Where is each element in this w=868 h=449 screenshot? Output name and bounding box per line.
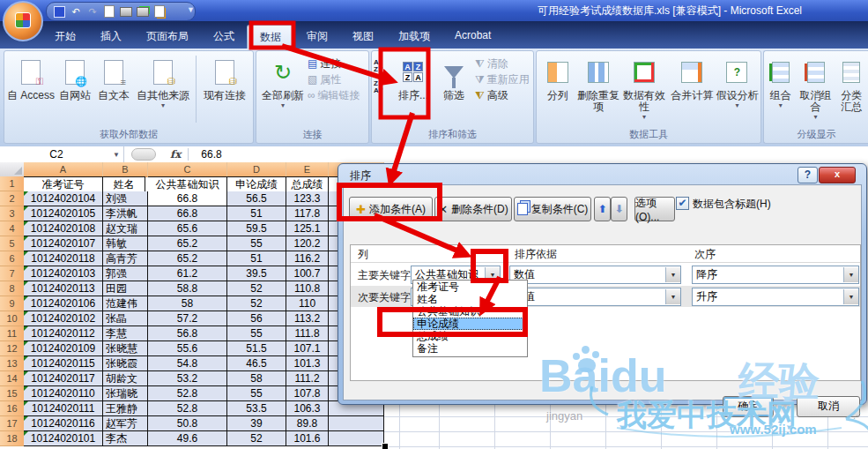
table-cell[interactable]: 53.2 xyxy=(148,371,227,386)
row-header-14[interactable]: 14 xyxy=(0,371,25,386)
table-cell[interactable]: 赵文瑞 xyxy=(103,221,148,236)
tab-加载项[interactable]: 加载项 xyxy=(386,25,442,49)
save-icon[interactable] xyxy=(52,5,66,19)
table-cell[interactable]: 65.6 xyxy=(148,221,227,236)
table-cell[interactable]: 49.6 xyxy=(148,431,227,446)
table-cell[interactable]: 10124020115 xyxy=(24,356,103,371)
table-cell[interactable]: 125.1 xyxy=(286,221,329,236)
table-cell[interactable]: 52 xyxy=(227,431,286,446)
table-cell[interactable]: 58 xyxy=(148,296,227,311)
table-cell[interactable]: 56 xyxy=(227,311,286,326)
table-cell[interactable]: 59.5 xyxy=(227,221,286,236)
chevron-down-icon[interactable]: ▼ xyxy=(843,289,858,304)
help-button[interactable]: ? xyxy=(798,167,818,183)
table-cell[interactable]: 61.2 xyxy=(148,266,227,281)
list-item-申论成绩[interactable]: 申论成绩 xyxy=(413,318,527,330)
table-cell[interactable]: 55 xyxy=(227,386,286,401)
column-header-B[interactable]: B xyxy=(103,162,148,177)
tab-审阅[interactable]: 审阅 xyxy=(294,25,340,49)
column-header-D[interactable]: D xyxy=(227,162,286,177)
name-box-dropdown-icon[interactable]: ▼ xyxy=(113,151,123,159)
table-cell[interactable]: 52.8 xyxy=(148,386,227,401)
table-cell[interactable]: 50.8 xyxy=(148,416,227,431)
table-cell[interactable]: 117.8 xyxy=(286,206,329,221)
table-cell[interactable]: 54.8 xyxy=(148,356,227,371)
edit-icon[interactable] xyxy=(152,5,167,19)
table-cell[interactable]: 89.8 xyxy=(286,416,329,431)
row-header-7[interactable]: 7 xyxy=(0,266,25,281)
table-cell[interactable]: 10124020118 xyxy=(24,251,103,266)
table-cell[interactable]: 10124020106 xyxy=(24,296,103,311)
table-cell[interactable]: 66.8 xyxy=(148,191,227,206)
remove-duplicates-button[interactable]: 删除重复项 xyxy=(576,54,619,113)
group-button[interactable]: 组合 ▾ xyxy=(766,54,796,109)
table-cell[interactable]: 100.7 xyxy=(286,266,329,281)
table-cell[interactable]: 张晶 xyxy=(103,311,148,326)
list-item-姓名[interactable]: 姓名 xyxy=(413,293,527,305)
tab-开始[interactable]: 开始 xyxy=(42,25,88,49)
fill-handle[interactable] xyxy=(382,443,389,449)
row-header-13[interactable]: 13 xyxy=(0,356,25,371)
table-cell[interactable]: 韩敏 xyxy=(103,236,148,251)
print-icon[interactable] xyxy=(119,5,133,19)
row-header-9[interactable]: 9 xyxy=(0,296,25,311)
table-cell[interactable]: 10124020107 xyxy=(24,236,103,251)
list-item-准考证号[interactable]: 准考证号 xyxy=(413,281,527,293)
table-cell[interactable]: 46.5 xyxy=(227,356,286,371)
tab-Acrobat[interactable]: Acrobat xyxy=(442,25,503,49)
secondary-sort-on-combobox[interactable]: 数值▼ xyxy=(509,288,681,306)
table-cell[interactable]: 10124020102 xyxy=(24,311,103,326)
tab-数据[interactable]: 数据 xyxy=(247,25,294,49)
table-cell[interactable]: 刘强 xyxy=(103,191,148,206)
refresh-all-button[interactable]: ↻ 全部刷新 ▾ xyxy=(258,54,308,109)
table-cell[interactable]: 52.8 xyxy=(148,401,227,416)
table-cell[interactable]: 张瑞晓 xyxy=(103,386,148,401)
consolidate-button[interactable]: 合并计算 xyxy=(669,54,716,101)
table-cell[interactable]: 李杰 xyxy=(103,431,148,446)
row-header-3[interactable]: 3 xyxy=(0,206,25,221)
row-header-15[interactable]: 15 xyxy=(0,386,25,401)
row-header-10[interactable]: 10 xyxy=(0,311,25,326)
table-cell[interactable]: 110 xyxy=(286,296,329,311)
table-cell[interactable]: 10124020103 xyxy=(24,266,103,281)
row-header-2[interactable]: 2 xyxy=(0,191,25,206)
secondary-order-combobox[interactable]: 升序▼ xyxy=(692,288,859,306)
table-cell[interactable]: 39.5 xyxy=(227,266,286,281)
table-cell[interactable]: 张晓慧 xyxy=(103,341,148,356)
reapply-button[interactable]: ⧩重新应用 xyxy=(475,72,530,86)
tab-视图[interactable]: 视图 xyxy=(340,25,386,49)
from-other-sources-button[interactable]: ⛁ 自其他来源 ▾ xyxy=(133,54,193,109)
connections-button[interactable]: ▤连接 xyxy=(308,56,360,71)
options-button[interactable]: 选项(O)... xyxy=(634,197,675,221)
table-cell[interactable]: 10124020117 xyxy=(24,371,103,386)
quick-print-icon[interactable] xyxy=(136,5,150,19)
column-header-A[interactable]: A xyxy=(24,162,103,177)
chevron-down-icon[interactable]: ▼ xyxy=(665,267,680,282)
table-cell[interactable]: 39 xyxy=(227,416,286,431)
table-cell[interactable]: 10124020105 xyxy=(24,206,103,221)
table-cell[interactable]: 52 xyxy=(227,296,286,311)
table-cell[interactable]: 110.8 xyxy=(286,281,329,296)
list-item-公共基础知识[interactable]: 公共基础知识 xyxy=(413,305,527,318)
from-web-button[interactable]: 🌐 自网站 xyxy=(56,54,94,101)
table-cell[interactable]: 胡龄文 xyxy=(103,371,148,386)
table-cell[interactable]: 范建伟 xyxy=(103,296,148,311)
empty-grid[interactable] xyxy=(384,404,868,449)
insert-function-button[interactable] xyxy=(131,148,156,161)
table-cell[interactable]: 120.2 xyxy=(286,236,329,251)
table-cell[interactable]: 53.5 xyxy=(227,401,286,416)
table-cell[interactable]: 李慧 xyxy=(103,326,148,341)
advanced-filter-button[interactable]: ⧨高级 xyxy=(475,88,530,102)
table-cell[interactable]: 101.3 xyxy=(286,356,329,371)
table-cell[interactable]: 张晓霞 xyxy=(103,356,148,371)
column-header-E[interactable]: E xyxy=(286,162,329,177)
data-validation-button[interactable]: 数据有效性 ▾ xyxy=(620,54,669,121)
table-cell[interactable]: 10124020104 xyxy=(24,191,103,206)
table-cell[interactable]: 51 xyxy=(227,251,286,266)
print-preview-icon[interactable] xyxy=(102,5,116,19)
name-box[interactable]: C2 ▼ xyxy=(0,146,124,162)
table-cell[interactable]: 113.2 xyxy=(286,311,329,326)
table-cell[interactable]: 李洪帆 xyxy=(103,206,148,221)
clear-filter-button[interactable]: ⧨清除 xyxy=(475,56,530,71)
properties-button[interactable]: ▧属性 xyxy=(308,72,360,86)
